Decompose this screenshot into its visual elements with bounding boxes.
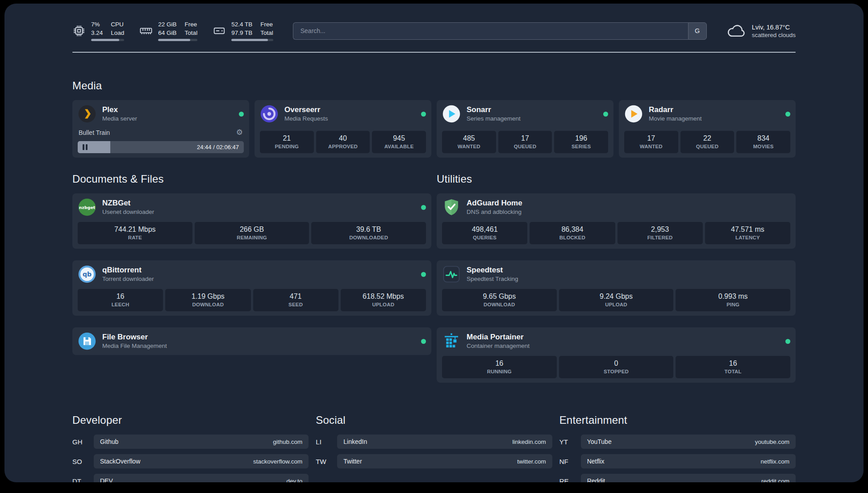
cpu-usage-fill (91, 39, 119, 41)
speedtest-card[interactable]: Speedtest Speedtest Tracking 9.65 Gbps D… (437, 260, 796, 316)
bookmark-reddit[interactable]: RE Reddit reddit.com (559, 474, 796, 482)
service-description: DNS and adblocking (467, 209, 522, 216)
stat-label: TOTAL (677, 369, 789, 374)
stat-value: 21 (262, 134, 312, 142)
service-description: Container management (467, 343, 530, 350)
adguard-card[interactable]: AdGuard Home DNS and adblocking 498,461 … (437, 193, 796, 249)
stat-value: 9.24 Gbps (561, 292, 672, 301)
service-name: Media Portainer (467, 332, 530, 342)
portainer-crane-icon (442, 332, 461, 351)
resource-widgets: 7% CPU 3.24 Load (72, 21, 273, 41)
service-description: Media Requests (284, 115, 328, 123)
stat-block: 86,384 BLOCKED (530, 222, 615, 244)
stat-label: PENDING (262, 144, 312, 149)
stat-block: 0 STOPPED (559, 356, 674, 378)
cpu-load-label: Load (111, 29, 124, 37)
status-dot (421, 112, 426, 117)
header-divider (72, 52, 796, 53)
stat-label: FILTERED (619, 235, 701, 240)
stat-value: 744.21 Mbps (79, 226, 191, 234)
memory-free-value: 22 GiB (158, 21, 176, 29)
disk-free-label: Free (260, 21, 273, 29)
stat-label: APPROVED (318, 144, 368, 149)
service-name: Plex (102, 105, 137, 114)
cpu-widget: 7% CPU 3.24 Load (72, 21, 124, 41)
bookmark-name: Twitter (343, 458, 362, 465)
stat-label: LATENCY (707, 235, 789, 240)
stat-block: 266 GB REMAINING (195, 222, 309, 244)
bookmark-twitter[interactable]: TW Twitter twitter.com (316, 454, 552, 468)
bookmark-abbr: YT (559, 438, 581, 446)
stat-block: 39.6 TB DOWNLOADED (311, 222, 426, 244)
stat-block: 834 MOVIES (736, 131, 790, 153)
memory-ram-icon (139, 24, 153, 38)
filebrowser-icon (78, 332, 96, 351)
radarr-icon (624, 104, 643, 123)
weather-widget: Lviv, 16.87°C scattered clouds (726, 23, 796, 38)
search-input[interactable] (293, 22, 688, 40)
cloud-icon (726, 23, 746, 38)
bookmark-linkedin[interactable]: LI LinkedIn linkedin.com (316, 435, 552, 449)
stat-value: 17 (500, 134, 551, 142)
stat-value: 0 (561, 359, 672, 368)
documents-section: Documents & Files nzbget NZBGet Usenet d… (72, 173, 431, 355)
stat-label: WANTED (626, 144, 676, 149)
service-name: NZBGet (102, 198, 154, 208)
stat-label: SERIES (556, 144, 606, 149)
pause-icon[interactable] (83, 144, 88, 150)
service-description: Media server (102, 115, 137, 123)
stat-label: WANTED (444, 144, 494, 149)
stat-value: 618.52 Mbps (342, 292, 424, 301)
stat-block: 16 TOTAL (676, 356, 790, 378)
cpu-value: 7% (91, 21, 103, 29)
stat-value: 22 (682, 134, 733, 142)
playback-progress-bar: 24:44 / 02:06:47 (78, 141, 244, 153)
bookmark-abbr: DT (72, 477, 94, 482)
bookmark-url: github.com (273, 439, 302, 445)
stat-block: 196 SERIES (554, 131, 608, 153)
stat-block: 17 WANTED (624, 131, 678, 153)
stat-label: BLOCKED (531, 235, 613, 240)
stat-label: QUEUED (500, 144, 551, 149)
search-provider-button[interactable]: G (688, 22, 707, 40)
bookmark-name: DEV (100, 477, 113, 482)
bookmark-url: reddit.com (761, 478, 789, 482)
stat-label: RATE (79, 235, 191, 240)
bookmark-abbr: GH (72, 438, 94, 446)
stat-value: 0.993 ms (677, 292, 789, 301)
overseerr-card[interactable]: Overseerr Media Requests 21 PENDING 40 A… (255, 100, 431, 158)
stat-block: 2,953 FILTERED (618, 222, 703, 244)
service-description: Speedtest Tracking (467, 276, 518, 283)
bookmark-netflix[interactable]: NF Netflix netflix.com (559, 454, 796, 468)
bookmark-github[interactable]: GH Github github.com (72, 435, 309, 449)
nzbget-card[interactable]: nzbget NZBGet Usenet downloader 744.21 M… (72, 193, 431, 249)
stat-value: 39.6 TB (313, 226, 424, 234)
status-dot (239, 112, 244, 117)
bookmark-name: StackOverflow (100, 458, 140, 465)
stat-value: 945 (374, 134, 424, 142)
stat-block: 498,461 QUERIES (442, 222, 527, 244)
bookmark-stackoverflow[interactable]: SO StackOverflow stackoverflow.com (72, 454, 309, 468)
stat-block: 16 LEECH (78, 289, 163, 311)
stat-block: 1.19 Gbps DOWNLOAD (165, 289, 250, 311)
disk-widget: 52.4 TB Free 97.9 TB Total (213, 21, 273, 41)
stat-value: 40 (318, 134, 368, 142)
bookmark-youtube[interactable]: YT YouTube youtube.com (559, 435, 796, 449)
qbittorrent-card[interactable]: qb qBittorrent Torrent downloader 16 (72, 260, 431, 316)
bookmark-abbr: NF (559, 458, 581, 465)
memory-usage-bar (158, 39, 197, 41)
sonarr-card[interactable]: Sonarr Series management 485 WANTED 17 Q… (437, 100, 613, 158)
gear-icon[interactable]: ⚙ (236, 128, 243, 137)
cpu-usage-bar (91, 39, 124, 41)
stat-label: QUEUED (682, 144, 733, 149)
svg-text:qb: qb (83, 271, 92, 278)
bookmark-dev[interactable]: DT DEV dev.to (72, 474, 309, 482)
plex-card[interactable]: Plex Media server Bullet Train ⚙ (72, 100, 249, 158)
stat-label: DOWNLOADED (313, 235, 424, 240)
portainer-card[interactable]: Media Portainer Container management 16 … (437, 327, 796, 383)
memory-total-value: 64 GiB (158, 29, 176, 37)
stat-value: 2,953 (619, 226, 701, 234)
radarr-card[interactable]: Radarr Movie management 17 WANTED 22 QUE… (619, 100, 796, 158)
bookmark-name: Netflix (587, 458, 605, 465)
filebrowser-card[interactable]: File Browser Media File Management (72, 327, 431, 355)
